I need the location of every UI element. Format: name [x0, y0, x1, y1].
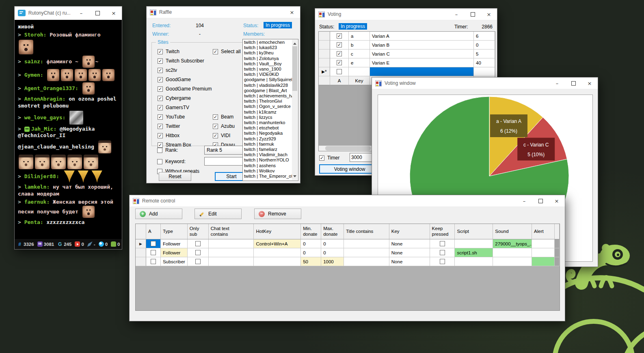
- maximize-button[interactable]: [532, 195, 549, 207]
- reset-button[interactable]: Reset: [159, 172, 191, 181]
- remote-column-header[interactable]: Key: [389, 224, 430, 239]
- member-list-item[interactable]: twitch | Zyzz929: [244, 136, 297, 142]
- remote-cell[interactable]: [493, 257, 532, 266]
- grid-scroll-strip[interactable]: [555, 248, 560, 257]
- row-active-checkbox[interactable]: ✓: [337, 42, 342, 47]
- close-button[interactable]: ×: [106, 6, 122, 19]
- remote-cell[interactable]: Control+Win+A: [254, 239, 301, 248]
- remote-titlebar[interactable]: Remote control – ×: [130, 195, 565, 207]
- voting-cell-variant[interactable]: Varian A: [370, 32, 474, 41]
- minimize-button[interactable]: –: [448, 9, 465, 20]
- voting-cell-variant[interactable]: Varian E: [370, 58, 474, 67]
- edit-button[interactable]: Edit: [194, 209, 242, 219]
- twitch-checkbox[interactable]: ✓: [158, 49, 163, 54]
- cell-checkbox[interactable]: [440, 259, 445, 264]
- voting-grid-row[interactable]: ✓eVarian E40: [319, 58, 495, 67]
- remote-column-header[interactable]: HotKey: [254, 224, 301, 239]
- member-list-item[interactable]: twitch | fameliarz: [244, 147, 297, 152]
- voting-cell-key[interactable]: a: [349, 32, 370, 41]
- minimize-button[interactable]: –: [549, 77, 565, 89]
- sc2tv-checkbox[interactable]: ✓: [158, 68, 163, 73]
- voting-cell-result[interactable]: 6: [474, 32, 495, 41]
- remote-column-header[interactable]: Only sub: [188, 224, 209, 239]
- member-list-item[interactable]: goodgame | Blast_Art: [244, 88, 297, 93]
- remote-cell[interactable]: None: [389, 248, 430, 257]
- remote-cell[interactable]: [455, 239, 493, 248]
- remote-cell[interactable]: [493, 248, 532, 257]
- scrollbar-thumb[interactable]: [292, 46, 297, 91]
- remote-cell[interactable]: [188, 257, 209, 266]
- remote-cell[interactable]: Follower: [161, 248, 188, 257]
- member-list-item[interactable]: twitch | Ogon_v_serdce: [244, 104, 297, 109]
- members-listbox[interactable]: twitch | emochechentwitch | lukas623twit…: [242, 39, 298, 181]
- remote-cell[interactable]: 0: [301, 248, 321, 257]
- member-list-item[interactable]: twitch | vladislavlik228: [244, 83, 297, 88]
- member-list-item[interactable]: twitch | lukas623: [244, 45, 297, 50]
- remote-cell[interactable]: [188, 239, 209, 248]
- voting-titlebar[interactable]: Voting – ×: [315, 9, 497, 20]
- member-list-item[interactable]: twitch | NorthernYOLO: [244, 157, 297, 163]
- voting-cell-result[interactable]: 40: [474, 58, 495, 67]
- maximize-button[interactable]: [465, 9, 481, 20]
- row-active-checkbox[interactable]: ✓: [337, 33, 342, 39]
- remote-cell[interactable]: [188, 248, 209, 257]
- remote-cell[interactable]: [209, 239, 254, 248]
- maximize-button[interactable]: [89, 6, 106, 19]
- remote-column-header[interactable]: Type: [161, 224, 188, 239]
- remote-column-header[interactable]: Keep pressed: [430, 224, 455, 239]
- remove-button[interactable]: – Remove: [254, 209, 301, 219]
- remote-column-header[interactable]: [136, 224, 146, 239]
- azubu-checkbox[interactable]: ✓: [213, 124, 218, 129]
- remote-grid-row[interactable]: Follower00Nonescript1.sh: [136, 248, 560, 257]
- timer-spinner-input[interactable]: [350, 153, 374, 161]
- keyword-checkbox[interactable]: [157, 159, 162, 164]
- remote-cell[interactable]: [344, 257, 389, 266]
- member-list-item[interactable]: twitch | ViDE0KiD: [244, 72, 297, 77]
- remote-cell[interactable]: None: [389, 257, 430, 266]
- cell-checkbox[interactable]: [440, 250, 445, 255]
- remote-column-header[interactable]: Min. donate: [301, 224, 321, 239]
- timer-checkbox[interactable]: ✓: [319, 155, 324, 161]
- member-list-item[interactable]: twitch | Wolikov: [244, 168, 297, 174]
- cell-checkbox[interactable]: [151, 259, 156, 264]
- remote-cell[interactable]: 0: [301, 239, 321, 248]
- voting-cell-active[interactable]: ✓: [330, 50, 349, 58]
- member-list-item[interactable]: goodgame | SillySquirrel: [244, 77, 297, 82]
- remote-column-header[interactable]: Title contains: [344, 224, 389, 239]
- remote-cell[interactable]: script1.sh: [455, 248, 493, 257]
- remote-cell[interactable]: 0: [321, 248, 344, 257]
- cell-checkbox[interactable]: [151, 241, 156, 246]
- select-all-checkbox[interactable]: ✓: [213, 49, 218, 54]
- remote-cell[interactable]: [146, 257, 161, 266]
- cell-checkbox[interactable]: [195, 259, 201, 264]
- close-button[interactable]: ×: [284, 6, 300, 18]
- voting-cell-active[interactable]: ✓: [330, 41, 349, 50]
- voting-column-header[interactable]: [319, 76, 330, 85]
- voting-window-button[interactable]: Voting window: [319, 164, 380, 174]
- voting-column-header[interactable]: A: [330, 76, 349, 85]
- scrollbar-thumb[interactable]: [325, 146, 371, 151]
- scroll-up-icon[interactable]: [292, 40, 298, 46]
- add-button[interactable]: + Add: [135, 209, 182, 219]
- cell-checkbox[interactable]: [195, 250, 201, 255]
- voting-cell-key[interactable]: c: [349, 50, 370, 58]
- voting-cell-active[interactable]: ✓: [330, 32, 349, 41]
- member-list-item[interactable]: twitch | Vault__Boy: [244, 61, 297, 67]
- twitter-checkbox[interactable]: ✓: [158, 124, 163, 129]
- voting-grid-row[interactable]: ✓aVarian A6: [319, 32, 495, 41]
- remote-cell[interactable]: [254, 248, 301, 257]
- remote-cell[interactable]: [146, 248, 161, 257]
- remote-cell[interactable]: [430, 257, 455, 266]
- voting-cell-key[interactable]: e: [349, 58, 370, 67]
- remote-cell[interactable]: [209, 248, 254, 257]
- rank-checkbox[interactable]: [157, 148, 162, 153]
- remote-cell[interactable]: [430, 248, 455, 257]
- member-list-item[interactable]: twitch | Negodyaika: [244, 131, 297, 136]
- close-button[interactable]: ×: [481, 9, 497, 20]
- close-button[interactable]: ×: [549, 195, 565, 207]
- remote-cell[interactable]: 0: [321, 239, 344, 248]
- member-list-item[interactable]: twitch | etozhebot: [244, 125, 297, 131]
- youtube-checkbox[interactable]: ✓: [158, 114, 163, 120]
- chat-titlebar[interactable]: RutonyChat (c) ru... – ×: [15, 6, 122, 20]
- member-list-item[interactable]: twitch | TheIronGivi: [244, 99, 297, 104]
